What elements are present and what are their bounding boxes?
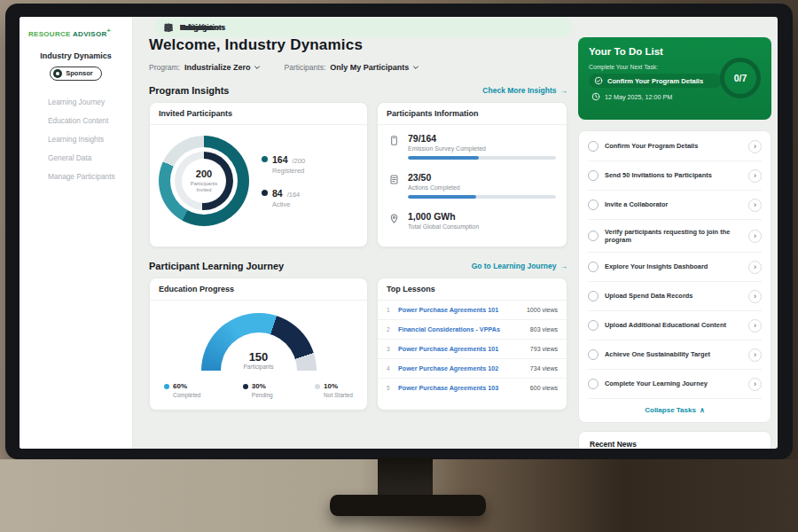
participants-filter-value: Only My Participants bbox=[330, 63, 409, 72]
sponsor-icon bbox=[53, 69, 62, 78]
app-logo: RESOURCE ADVISOR+ bbox=[28, 27, 132, 38]
chevron-right-icon[interactable]: › bbox=[748, 319, 762, 332]
participants-filter-label: Participants: bbox=[284, 63, 325, 72]
sidebar-item-manage-participants[interactable]: Manage Participants bbox=[20, 168, 132, 186]
task-row[interactable]: Complete Your Learning Journey › bbox=[588, 370, 762, 399]
logo-plus: + bbox=[107, 27, 111, 34]
task-row[interactable]: Upload Additional Educational Content › bbox=[588, 311, 762, 340]
task-row[interactable]: Invite a Collaborator › bbox=[588, 191, 762, 220]
program-filter-label: Program: bbox=[149, 63, 180, 72]
legend-dot-not-started bbox=[315, 384, 320, 389]
arrow-right-icon: → bbox=[560, 86, 568, 95]
progress-bar bbox=[408, 195, 556, 199]
stat-value: 79/164 bbox=[408, 133, 556, 144]
logo-text-secondary: ADVISOR bbox=[73, 30, 107, 38]
sidebar-item-general-data[interactable]: General Data bbox=[20, 149, 132, 168]
lesson-row: 2 Financial Considerations - VPPAs 803 v… bbox=[378, 320, 567, 340]
program-filter[interactable]: Program: Industrialize Zero bbox=[149, 63, 261, 72]
chevron-right-icon[interactable]: › bbox=[748, 230, 762, 243]
task-checkbox[interactable] bbox=[588, 170, 598, 181]
task-row[interactable]: Achieve One Sustainability Target › bbox=[588, 340, 762, 370]
participants-information-card: Participants Information 79/164 Emission… bbox=[377, 102, 567, 247]
caret-up-icon: ∧ bbox=[700, 406, 705, 414]
legend-dot-registered bbox=[262, 156, 268, 162]
sidebar-item-label: Education Content bbox=[48, 116, 108, 125]
todo-progress-ring: 0/7 bbox=[720, 58, 761, 98]
collapse-tasks-button[interactable]: Collapse Tasks ∧ bbox=[588, 399, 762, 421]
task-row[interactable]: Send 50 Invitations to Participants › bbox=[588, 161, 762, 191]
task-checkbox[interactable] bbox=[588, 231, 598, 241]
todo-progress-value: 0/7 bbox=[734, 73, 747, 83]
card-title: Invited Participants bbox=[150, 103, 367, 125]
sidebar-item-label: Learning Journey bbox=[48, 98, 105, 106]
actions-icon bbox=[388, 172, 400, 199]
legend-dot-pending bbox=[243, 384, 248, 389]
todo-panel: Your To Do List Complete Your Next Task:… bbox=[578, 37, 771, 449]
main-content: Welcome, Industry Dynamics Program: Indu… bbox=[149, 17, 567, 411]
lesson-row: 1 Power Purchase Agreements 101 1000 vie… bbox=[378, 301, 567, 320]
invited-participants-card: Invited Participants 200 Participants In… bbox=[149, 102, 368, 247]
recent-news-title: Recent News bbox=[590, 440, 637, 449]
participants-filter[interactable]: Participants: Only My Participants bbox=[284, 63, 419, 72]
gauge-center-label: Participants bbox=[244, 364, 274, 370]
task-row[interactable]: Upload Spend Data Records › bbox=[588, 282, 762, 311]
arrow-right-icon: → bbox=[560, 262, 568, 270]
task-checkbox[interactable] bbox=[588, 349, 598, 360]
task-row[interactable]: Verify participants requesting to join t… bbox=[588, 220, 762, 253]
lesson-link[interactable]: Power Purchase Agreements 101 bbox=[398, 345, 530, 353]
progress-bar bbox=[408, 156, 556, 160]
gauge-legend: 60% Completed 30% Pending 10% Not Starte… bbox=[164, 382, 353, 398]
task-row[interactable]: Explore Your Insights Dashboard › bbox=[588, 253, 762, 282]
task-checkbox[interactable] bbox=[588, 141, 598, 152]
stat-label: Total Global Consumption bbox=[408, 223, 556, 230]
lesson-row: 4 Power Purchase Agreements 102 734 view… bbox=[378, 359, 567, 379]
sidebar-item-education-content[interactable]: Education Content bbox=[20, 112, 132, 130]
sidebar-item-learning-journey[interactable]: Learning Journey bbox=[20, 93, 132, 112]
logo-text-primary: RESOURCE bbox=[28, 30, 71, 38]
chevron-down-icon bbox=[254, 64, 261, 71]
lesson-link[interactable]: Power Purchase Agreements 101 bbox=[398, 306, 527, 314]
task-row[interactable]: Confirm Your Program Details › bbox=[588, 132, 762, 161]
task-checkbox[interactable] bbox=[588, 320, 598, 331]
check-circle-icon bbox=[594, 76, 603, 85]
lesson-link[interactable]: Power Purchase Agreements 103 bbox=[398, 384, 530, 392]
top-lessons-card: Top Lessons 1 Power Purchase Agreements … bbox=[377, 278, 567, 411]
chevron-right-icon[interactable]: › bbox=[748, 261, 762, 274]
lesson-row: 3 Power Purchase Agreements 101 793 view… bbox=[378, 340, 567, 359]
lesson-row: 5 Power Purchase Agreements 103 600 view… bbox=[378, 379, 567, 397]
next-task-pill[interactable]: Confirm Your Program Details bbox=[589, 74, 722, 88]
lesson-link[interactable]: Financial Considerations - VPPAs bbox=[398, 325, 530, 333]
page-title: Welcome, Industry Dynamics bbox=[149, 36, 567, 54]
task-checkbox[interactable] bbox=[588, 379, 598, 389]
lesson-link[interactable]: Power Purchase Agreements 102 bbox=[398, 364, 530, 372]
legend-dot-completed bbox=[164, 384, 169, 389]
stat-label: Emission Survey Completed bbox=[408, 145, 556, 152]
filter-bar: Program: Industrialize Zero Participants… bbox=[149, 63, 567, 72]
program-filter-value: Industrialize Zero bbox=[184, 63, 251, 72]
sidebar-item-learning-insights[interactable]: Learning Insights bbox=[20, 130, 132, 149]
chevron-right-icon[interactable]: › bbox=[748, 199, 762, 212]
section-title-program-insights: Program Insights bbox=[149, 85, 229, 96]
org-name: Industry Dynamics bbox=[20, 51, 132, 60]
gauge-center-value: 150 bbox=[249, 350, 269, 364]
task-checkbox[interactable] bbox=[588, 262, 598, 272]
chevron-down-icon bbox=[412, 64, 419, 71]
monitor-stand bbox=[378, 458, 433, 498]
section-title-learning-journey: Participant Learning Journey bbox=[149, 261, 284, 271]
sponsor-badge[interactable]: Sponsor bbox=[50, 66, 101, 81]
donut-legend: 164 /200 Registered 84 /164 bbox=[262, 154, 305, 208]
task-checkbox[interactable] bbox=[588, 200, 598, 210]
chevron-right-icon[interactable]: › bbox=[748, 378, 762, 391]
task-checkbox[interactable] bbox=[588, 291, 598, 301]
stat-value: 1,000 GWh bbox=[408, 211, 556, 222]
education-progress-gauge-chart: 150 Participants bbox=[201, 313, 317, 371]
chevron-right-icon[interactable]: › bbox=[748, 290, 762, 303]
chevron-right-icon[interactable]: › bbox=[748, 348, 762, 362]
chevron-right-icon[interactable]: › bbox=[748, 140, 762, 153]
sidebar: RESOURCE ADVISOR+ Industry Dynamics Spon… bbox=[20, 17, 133, 449]
go-to-learning-journey-link[interactable]: Go to Learning Journey → bbox=[472, 262, 567, 270]
check-more-insights-link[interactable]: Check More Insights → bbox=[482, 86, 567, 95]
location-icon bbox=[388, 211, 400, 230]
invited-participants-donut-chart: 200 Participants Invited bbox=[159, 136, 249, 226]
chevron-right-icon[interactable]: › bbox=[748, 169, 762, 183]
